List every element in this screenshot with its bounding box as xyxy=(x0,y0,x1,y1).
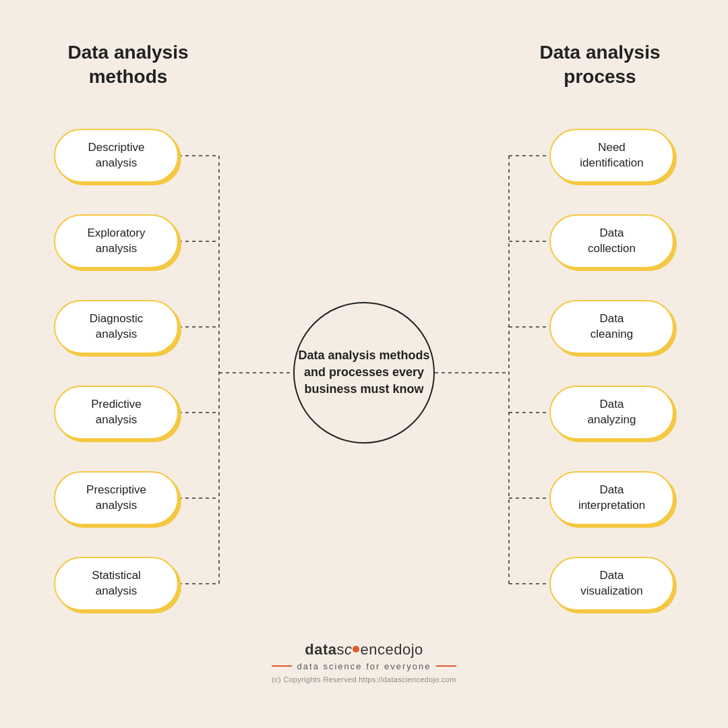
diagram-area: Data analysis methods and processes ever… xyxy=(27,110,701,636)
headers: Data analysis methods Data analysis proc… xyxy=(0,0,728,90)
right-section-title: Data analysis process xyxy=(526,40,674,90)
logo-tagline: data science for everyone xyxy=(272,661,457,671)
main-container: Data analysis methods Data analysis proc… xyxy=(0,0,728,728)
left-pill-1: Descriptiveanalysis xyxy=(54,129,179,183)
copyright: (c) Copyrights Reserved https://datascie… xyxy=(272,675,456,684)
footer: datascencedojo data science for everyone… xyxy=(272,641,457,684)
right-pill-5: Datainterpretation xyxy=(549,471,674,525)
right-pill-6: Datavisualization xyxy=(549,557,674,611)
right-pill-4: Dataanalyzing xyxy=(549,386,674,439)
right-pill-2: Datacollection xyxy=(549,214,674,268)
left-section-title: Data analysis methods xyxy=(54,40,202,90)
right-pill-3: Datacleaning xyxy=(549,300,674,354)
left-pill-3: Diagnosticanalysis xyxy=(54,300,179,354)
left-pill-2: Exploratoryanalysis xyxy=(54,214,179,268)
logo: datascencedojo xyxy=(305,641,423,659)
center-circle: Data analysis methods and processes ever… xyxy=(293,302,435,444)
left-pill-6: Statisticalanalysis xyxy=(54,557,179,611)
right-pill-1: Needidentification xyxy=(549,129,674,183)
left-pill-4: Predictiveanalysis xyxy=(54,386,179,439)
left-pill-5: Prescriptiveanalysis xyxy=(54,471,179,525)
